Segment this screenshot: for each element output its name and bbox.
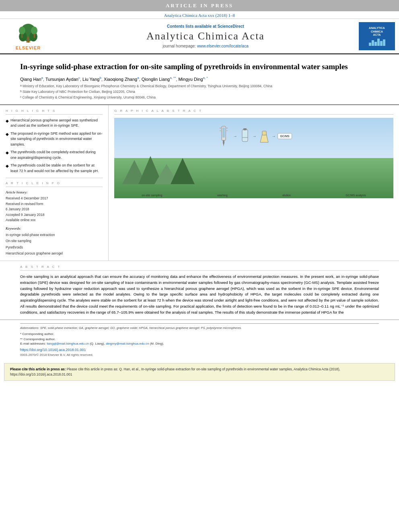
ga-labels: on-site sampling washing elution GC/MS a… xyxy=(114,194,393,197)
highlight-text-1: Hierarchical porous graphene aerogel was… xyxy=(10,118,103,129)
affil-row-b: b State Key Laboratory of NBC Protection… xyxy=(20,89,379,94)
author-tursunjan: Tursunjan Aydan xyxy=(45,76,78,81)
footer-corresponding-single: * Corresponding author. xyxy=(20,332,379,336)
journal-title: Analytica Chimica Acta xyxy=(52,30,359,42)
homepage-url[interactable]: www.elsevier.com/locate/aca xyxy=(197,44,249,48)
chart-bar-4 xyxy=(377,39,380,46)
affil-row-a: a Ministry of Education, Key Laboratory … xyxy=(20,84,379,89)
footer-abbreviations: Abbreviations: SPE, solid-phase extracti… xyxy=(20,323,379,331)
ga-vial-icon xyxy=(239,126,251,146)
highlight-bullet-3: ◆ xyxy=(6,150,9,156)
article-history-revised-label: Received in revised form xyxy=(6,201,103,207)
svg-marker-16 xyxy=(223,144,224,146)
email1-link[interactable]: liangql@mail.tsinghua.edu.cn xyxy=(47,342,89,345)
keyword-1: In-syringe solid-phase extraction xyxy=(6,232,103,238)
svg-rect-14 xyxy=(222,127,225,138)
keyword-4: Hierarchical porous graphene aerogel xyxy=(6,251,103,257)
email2-link[interactable]: dingmy@mail.tsinghua.edu.cn xyxy=(106,342,149,345)
ga-flask-icon xyxy=(258,126,270,146)
article-info-label: A R T I C L E I N F O xyxy=(6,181,103,187)
science-direct-link-text[interactable]: ScienceDirect xyxy=(218,24,244,29)
footer-corresponding-double: ** Corresponding author. xyxy=(20,337,379,341)
graphical-abstract-label: G R A P H I C A L A B S T R A C T xyxy=(114,109,393,115)
svg-rect-21 xyxy=(242,129,248,142)
svg-rect-7 xyxy=(21,34,23,38)
article-history-received: Received 4 December 2017 xyxy=(6,196,103,201)
svg-marker-12 xyxy=(171,158,195,184)
science-direct-line: Contents lists available at ScienceDirec… xyxy=(52,24,359,29)
svg-rect-18 xyxy=(226,127,228,129)
email2-author: (M. Ding). xyxy=(150,342,164,345)
ga-syringe-icon xyxy=(216,124,232,148)
doi-link[interactable]: https://doi.org/10.1016/j.aca.2018.01.00… xyxy=(20,348,379,352)
two-col-highlights: H I G H L I G H T S ◆ Hierarchical porou… xyxy=(0,105,399,261)
citation-box: Please cite this article in press as: Pl… xyxy=(4,363,395,381)
chart-bar-1 xyxy=(369,43,371,46)
doi-anchor[interactable]: https://doi.org/10.1016/j.aca.2018.01.00… xyxy=(20,348,86,352)
chart-bar-5 xyxy=(380,41,383,46)
ga-mountain-svg xyxy=(122,152,203,184)
thumbnail-title: ANALYTICACHIMICAACTA xyxy=(369,27,385,37)
ga-arrow-2: → xyxy=(253,134,257,138)
homepage-label: journal homepage: xyxy=(162,44,196,48)
affil-a-text: Ministry of Education, Key Laboratory of… xyxy=(23,84,272,89)
highlights-label: H I G H L I G H T S xyxy=(6,109,103,115)
highlight-text-4: The pyrethroids could be stable on the s… xyxy=(10,163,103,174)
affil-c-text: College of Chemistry & Chemical Engineer… xyxy=(23,95,156,100)
journal-citation: Analytica Chimica Acta xxx (2018) 1–8 xyxy=(164,13,235,18)
affil-row-c: c College of Chemistry & Chemical Engine… xyxy=(20,95,379,100)
svg-point-5 xyxy=(19,27,25,35)
highlight-bullet-4: ◆ xyxy=(6,163,9,169)
chart-bar-2 xyxy=(372,40,374,46)
right-column: G R A P H I C A L A B S T R A C T xyxy=(109,105,399,261)
ga-flow-diagram: → → → GC/MS xyxy=(114,122,393,151)
authors-line: Qiang Hana, Tursunjan Aydanc, Liu Yangb,… xyxy=(20,76,379,82)
highlight-text-2: The proposed in-syringe SPE method was a… xyxy=(10,131,103,148)
journal-thumbnail: ANALYTICACHIMICAACTA xyxy=(359,22,395,50)
email1-author: (Q. Liang), xyxy=(90,342,105,345)
ga-arrow-3: → xyxy=(272,134,276,138)
ga-label-gcms: GC/MS analysis xyxy=(346,194,366,197)
article-main-title: In-syringe solid-phase extraction for on… xyxy=(20,62,379,72)
keyword-2: On-site sampling xyxy=(6,238,103,244)
ga-label-washing: washing xyxy=(217,194,228,197)
author-mingyu: Mingyu Ding xyxy=(178,76,203,81)
thumbnail-chart xyxy=(369,39,385,46)
journal-citation-bar: Analytica Chimica Acta xxx (2018) 1–8 xyxy=(0,11,399,19)
abstract-full-section: A B S T R A C T On-site sampling is an a… xyxy=(0,261,399,320)
ga-arrow-1: → xyxy=(233,134,237,138)
article-history-label: Article history: xyxy=(6,190,103,194)
ga-label-sampling: on-site sampling xyxy=(142,194,162,197)
highlight-item-4: ◆ The pyrethroids could be stable on the… xyxy=(6,163,103,174)
banner-text: ARTICLE IN PRESS xyxy=(166,2,233,8)
science-direct-text: Contents lists available at xyxy=(167,24,216,29)
highlights-list: ◆ Hierarchical porous graphene aerogel w… xyxy=(6,118,103,174)
article-history-online: Available online xxx xyxy=(6,218,103,223)
article-info-section: A R T I C L E I N F O Article history: R… xyxy=(6,178,103,257)
journal-header: ELSEVIER Contents lists available at Sci… xyxy=(0,19,399,54)
article-title-section: In-syringe solid-phase extraction for on… xyxy=(0,54,399,105)
ga-label-elution: elution xyxy=(282,194,291,197)
copyright-text: 0003-2670/© 2018 Elsevier B.V. All right… xyxy=(20,353,379,357)
ga-gcms-step: GC/MS xyxy=(278,133,292,139)
chart-bar-6 xyxy=(383,39,385,46)
author-qiang-han: Qiang Han xyxy=(20,76,41,81)
article-history-accepted: Accepted 9 January 2018 xyxy=(6,212,103,218)
abbrev-label: Abbreviations: xyxy=(20,326,40,330)
highlight-item-2: ◆ The proposed in-syringe SPE method was… xyxy=(6,131,103,148)
author-qionglin: Qionglin Liang xyxy=(142,76,170,81)
svg-rect-17 xyxy=(220,127,222,129)
elsevier-logo: ELSEVIER xyxy=(4,23,52,50)
elsevier-label: ELSEVIER xyxy=(16,45,41,50)
journal-homepage: journal homepage: www.elsevier.com/locat… xyxy=(52,44,359,48)
svg-rect-19 xyxy=(220,130,222,131)
svg-rect-22 xyxy=(243,128,247,130)
svg-rect-15 xyxy=(223,140,224,144)
affiliations: a Ministry of Education, Key Laboratory … xyxy=(20,84,379,100)
highlight-bullet-1: ◆ xyxy=(6,118,9,124)
highlight-bullet-2: ◆ xyxy=(6,131,9,137)
highlight-item-3: ◆ The pyrethroids could be completely ex… xyxy=(6,150,103,160)
author-xiaoqiong: Xiaoqiong Zhang xyxy=(104,76,137,81)
email-label: E-mail addresses: xyxy=(20,342,46,345)
svg-rect-20 xyxy=(226,130,228,131)
